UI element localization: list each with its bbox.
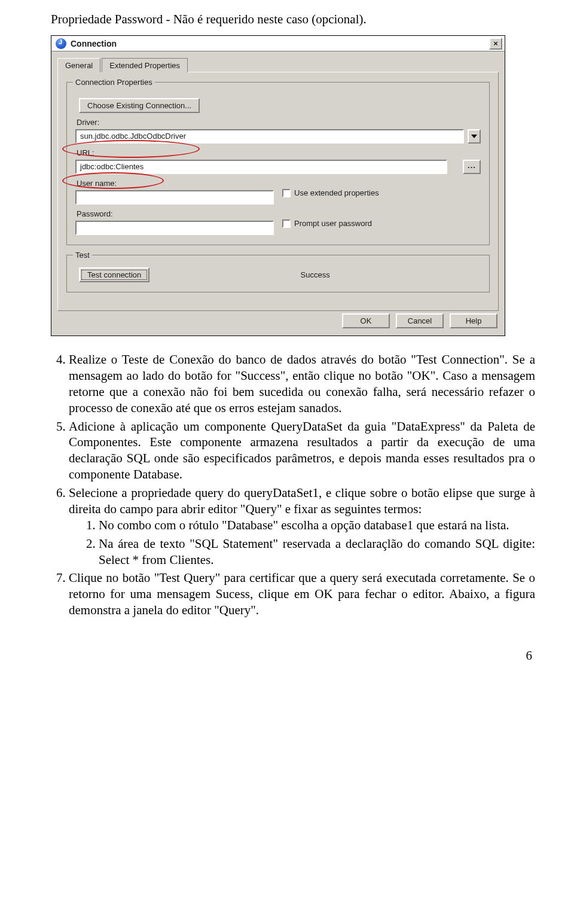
titlebar: Connection × — [51, 36, 505, 51]
doc-step-6-text: Selecione a propriedade query do queryDa… — [69, 486, 535, 516]
close-icon[interactable]: × — [489, 38, 502, 50]
help-button[interactable]: Help — [450, 313, 497, 328]
url-browse-button[interactable]: ··· — [463, 160, 481, 174]
password-label: Password: — [77, 209, 274, 218]
doc-step-7: Clique no botão "Test Query" para certif… — [69, 570, 535, 618]
connection-dialog: Connection × General Extended Properties… — [51, 35, 505, 336]
doc-step-6-1: No combo com o rótulo "Database" escolha… — [99, 517, 535, 533]
use-extended-properties-checkbox[interactable] — [282, 189, 291, 197]
tabstrip: General Extended Properties — [57, 56, 499, 72]
driver-dropdown-button[interactable] — [468, 129, 481, 144]
group-test: Test Test connection Success — [66, 255, 490, 292]
cancel-button[interactable]: Cancel — [396, 313, 444, 328]
tab-general[interactable]: General — [57, 58, 100, 72]
dialog-title: Connection — [71, 39, 489, 48]
choose-existing-connection-button[interactable]: Choose Existing Connection... — [79, 98, 200, 113]
doc-step-5: Adicione à aplicação um componente Query… — [69, 419, 535, 483]
username-input[interactable] — [75, 190, 274, 205]
url-input[interactable]: jdbc:odbc:Clientes — [75, 160, 447, 174]
tab-extended-properties[interactable]: Extended Properties — [102, 58, 188, 72]
use-extended-properties-label: Use extended properties — [294, 188, 379, 197]
chevron-down-icon — [471, 135, 477, 138]
password-input[interactable] — [75, 221, 274, 235]
username-label: User name: — [77, 179, 274, 188]
doc-step-4: Realize o Teste de Conexão do banco de d… — [69, 352, 535, 416]
test-status-text: Success — [149, 270, 481, 279]
group-connection-legend: Connection Properties — [73, 78, 155, 87]
doc-step-6-2: Na área de texto "SQL Statement" reserva… — [99, 536, 535, 568]
driver-input[interactable]: sun.jdbc.odbc.JdbcOdbcDriver — [75, 129, 464, 144]
driver-label: Driver: — [77, 118, 481, 127]
app-icon — [55, 38, 67, 50]
group-connection-properties: Connection Properties Choose Existing Co… — [66, 82, 490, 245]
doc-step-6: Selecione a propriedade query do queryDa… — [69, 485, 535, 568]
prompt-user-password-label: Prompt user password — [294, 219, 372, 228]
document-body: Realize o Teste de Conexão do banco de d… — [51, 352, 535, 618]
page-number: 6 — [51, 648, 535, 663]
tab-panel-general: Connection Properties Choose Existing Co… — [57, 72, 499, 311]
doc-intro-line: Propriedade Password - Não é requerido n… — [51, 12, 535, 27]
svg-marker-0 — [471, 135, 477, 138]
prompt-user-password-checkbox[interactable] — [282, 219, 291, 228]
ok-button[interactable]: OK — [342, 313, 390, 328]
group-test-legend: Test — [73, 251, 92, 260]
test-connection-button[interactable]: Test connection — [79, 267, 149, 282]
url-label: URL: — [77, 148, 481, 157]
dialog-button-bar: OK Cancel Help — [57, 311, 499, 328]
